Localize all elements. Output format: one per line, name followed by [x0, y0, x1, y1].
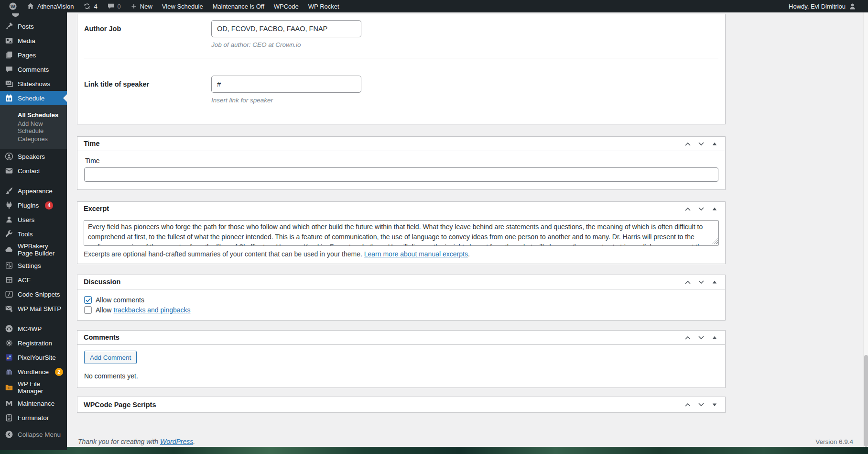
collapse-menu-button[interactable]: Collapse Menu [0, 427, 67, 442]
toggle-panel-button[interactable] [709, 138, 720, 150]
sidebar-item-schedule[interactable]: Schedule [0, 91, 67, 105]
trackbacks-link[interactable]: trackbacks and pingbacks [113, 306, 190, 314]
move-up-button[interactable] [682, 277, 694, 288]
slideshow-icon [5, 79, 13, 88]
link-title-input[interactable] [211, 76, 361, 93]
move-up-button[interactable] [682, 332, 694, 343]
sidebar-item-pages[interactable]: Pages [0, 48, 67, 62]
move-down-button[interactable] [695, 277, 707, 288]
grid-table-icon [5, 276, 13, 284]
comments-metabox-title: Comments [77, 334, 119, 341]
sidebar-item-label: WP File Manager [18, 380, 64, 395]
sidebar-item-mc4wp[interactable]: MC4WP [0, 321, 67, 336]
sidebar-item-speakers[interactable]: Speakers [0, 149, 67, 164]
wp-rocket-menu[interactable]: WP Rocket [304, 0, 344, 12]
collapse-menu-label: Collapse Menu [18, 431, 61, 438]
sidebar-item-label: MC4WP [18, 325, 42, 332]
sidebar-item-acf[interactable]: ACF [0, 273, 67, 287]
gear-icon [5, 339, 13, 347]
sidebar-item-media[interactable]: Media [0, 33, 67, 48]
comments-menu[interactable]: 0 [102, 0, 126, 12]
view-schedule-menu[interactable]: View Schedule [157, 0, 208, 12]
my-account-menu[interactable]: Howdy, Evi Dimitriou [784, 0, 861, 12]
new-content-menu[interactable]: New [126, 0, 157, 12]
move-up-button[interactable] [682, 203, 694, 215]
allow-comments-row: Allow comments [84, 296, 718, 304]
sidebar-item-forminator[interactable]: Forminator [0, 410, 67, 425]
sidebar-item-plugins[interactable]: Plugins 4 [0, 198, 67, 212]
submenu-add-new-schedule[interactable]: Add New Schedule [0, 121, 67, 133]
admin-menu: Posts Media Pages Comments Slideshows Sc… [0, 12, 67, 450]
sidebar-item-label: Contact [18, 167, 40, 175]
sidebar-item-wpbakery[interactable]: WPBakery Page Builder [0, 241, 67, 258]
sidebar-item-wp-file-manager[interactable]: WP File Manager [0, 379, 67, 396]
wordpress-link[interactable]: WordPress [160, 438, 193, 445]
acf-field-author-job: Author Job Job of author: CEO at Crown.i… [77, 14, 725, 48]
add-comment-button[interactable]: Add Comment [84, 351, 137, 364]
sidebar-item-registration[interactable]: Registration [0, 336, 67, 350]
allow-trackbacks-checkbox[interactable] [84, 306, 92, 314]
plugins-update-badge: 4 [45, 201, 53, 210]
sidebar-item-settings[interactable]: Settings [0, 258, 67, 273]
fence-icon [5, 367, 13, 376]
toggle-panel-button[interactable] [709, 399, 720, 410]
time-metabox: Time Time [77, 136, 726, 190]
scrollbar-thumb[interactable] [864, 355, 868, 447]
updates-icon [83, 2, 91, 10]
toggle-panel-button[interactable] [709, 277, 720, 288]
sidebar-item-posts[interactable]: Posts [0, 19, 67, 33]
custom-fields-box: Author Job Job of author: CEO at Crown.i… [77, 14, 726, 124]
sidebar-item-code-snippets[interactable]: Code Snippets [0, 287, 67, 301]
pin-icon [5, 22, 13, 31]
sidebar-item-contact[interactable]: Contact [0, 164, 67, 178]
excerpt-metabox-header[interactable]: Excerpt [77, 202, 725, 216]
excerpt-metabox-title: Excerpt [77, 205, 109, 212]
pages-icon [5, 51, 13, 59]
collapse-arrow-icon [5, 430, 13, 439]
sidebar-item-wp-mail-smtp[interactable]: WP Mail SMTP [0, 301, 67, 316]
sidebar-item-tools[interactable]: Tools [0, 227, 67, 241]
submenu-categories[interactable]: Categories [0, 133, 67, 145]
comments-count: 0 [118, 3, 121, 10]
discussion-metabox-header[interactable]: Discussion [77, 275, 725, 289]
excerpt-textarea[interactable]: Every field has pioneers who forge the p… [84, 220, 719, 246]
sidebar-item-pixelyoursite[interactable]: PixelYourSite [0, 350, 67, 365]
sidebar-item-wordfence[interactable]: Wordfence 2 [0, 365, 67, 379]
updates-count: 4 [94, 3, 97, 10]
author-job-input[interactable] [211, 20, 361, 37]
move-down-button[interactable] [695, 332, 707, 343]
manual-excerpts-link[interactable]: Learn more about manual excerpts [364, 250, 468, 258]
no-comments-text: No comments yet. [84, 372, 718, 383]
move-up-button[interactable] [682, 138, 694, 150]
admin-footer: Thank you for creating with WordPress. V… [67, 413, 863, 445]
comments-bubble-icon [107, 2, 115, 10]
move-down-button[interactable] [695, 138, 707, 150]
wordfence-notice-badge: 2 [55, 368, 63, 376]
sidebar-item-users[interactable]: Users [0, 212, 67, 227]
sidebar-item-comments[interactable]: Comments [0, 62, 67, 77]
time-metabox-header[interactable]: Time [77, 137, 725, 151]
wpcode-menu[interactable]: WPCode [269, 0, 304, 12]
sidebar-item-label: Media [18, 37, 35, 44]
comments-metabox-header[interactable]: Comments [77, 331, 725, 345]
svg-text:W: W [11, 4, 15, 9]
wordpress-logo-menu[interactable]: W [4, 0, 22, 12]
move-down-button[interactable] [695, 399, 707, 410]
toggle-panel-button[interactable] [709, 203, 720, 215]
wpcode-metabox-header[interactable]: WPCode Page Scripts [77, 397, 725, 412]
admin-bar-right: Howdy, Evi Dimitriou [784, 0, 868, 12]
submenu-all-schedules[interactable]: All Schedules [0, 109, 67, 121]
sidebar-item-maintenance[interactable]: Maintenance [0, 396, 67, 410]
new-label: New [140, 3, 152, 10]
move-down-button[interactable] [695, 203, 707, 215]
allow-comments-checkbox[interactable] [84, 296, 92, 304]
updates-menu[interactable]: 4 [78, 0, 102, 12]
move-up-button[interactable] [682, 399, 694, 410]
sidebar-item-slideshows[interactable]: Slideshows [0, 77, 67, 91]
site-name-menu[interactable]: AthenaVision [22, 0, 78, 12]
toggle-panel-button[interactable] [709, 332, 720, 343]
maintenance-status-menu[interactable]: Maintenance is Off [208, 0, 269, 12]
sidebar-item-appearance[interactable]: Appearance [0, 184, 67, 198]
time-input[interactable] [84, 167, 718, 182]
page-scrollbar[interactable] [863, 12, 868, 447]
